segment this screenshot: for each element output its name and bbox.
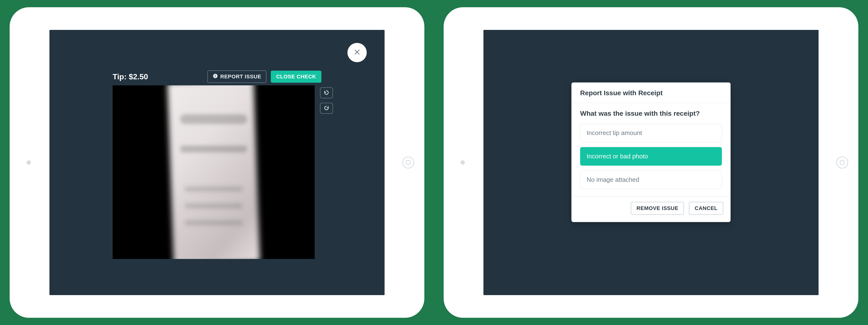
svg-point-2 [215,74,216,75]
svg-rect-1 [215,75,216,77]
screen-receipt-viewer: Tip: $2.50 REPORT ISSUE CLOSE CHECK [50,30,384,295]
screen-report-issue: Report Issue with Receipt What was the i… [484,30,818,295]
modal-title: Report Issue with Receipt [571,83,731,103]
tablet-right: Report Issue with Receipt What was the i… [444,7,858,318]
close-check-button[interactable]: CLOSE CHECK [271,71,321,83]
option-no-image[interactable]: No image attached [580,170,722,189]
rotate-cw-button[interactable] [320,103,333,114]
close-icon [354,49,360,56]
cancel-label: CANCEL [695,205,717,212]
tablet-left: Tip: $2.50 REPORT ISSUE CLOSE CHECK [10,7,424,318]
rotate-ccw-button[interactable] [320,87,333,98]
option-incorrect-tip-label: Incorrect tip amount [587,129,642,136]
camera-dot-icon [27,160,31,165]
info-icon [213,73,218,80]
header-row: Tip: $2.50 REPORT ISSUE CLOSE CHECK [113,70,321,83]
report-issue-button[interactable]: REPORT ISSUE [207,70,267,83]
home-button[interactable] [836,157,848,168]
close-button[interactable] [347,43,367,62]
report-issue-label: REPORT ISSUE [220,73,261,80]
receipt-image [113,85,315,259]
option-no-image-label: No image attached [587,176,639,183]
remove-issue-button[interactable]: REMOVE ISSUE [631,202,684,215]
camera-dot-icon [461,160,465,165]
option-incorrect-tip[interactable]: Incorrect tip amount [580,124,722,142]
report-issue-modal: Report Issue with Receipt What was the i… [571,83,731,222]
home-button[interactable] [402,157,414,168]
close-check-label: CLOSE CHECK [276,73,316,80]
modal-question: What was the issue with this receipt? [580,110,722,118]
remove-issue-label: REMOVE ISSUE [637,205,678,212]
rotate-ccw-icon [323,90,330,96]
option-bad-photo-label: Incorrect or bad photo [587,153,648,160]
tip-amount: Tip: $2.50 [113,72,148,81]
option-bad-photo[interactable]: Incorrect or bad photo [580,147,722,166]
rotate-cw-icon [323,105,330,112]
cancel-button[interactable]: CANCEL [689,202,723,215]
